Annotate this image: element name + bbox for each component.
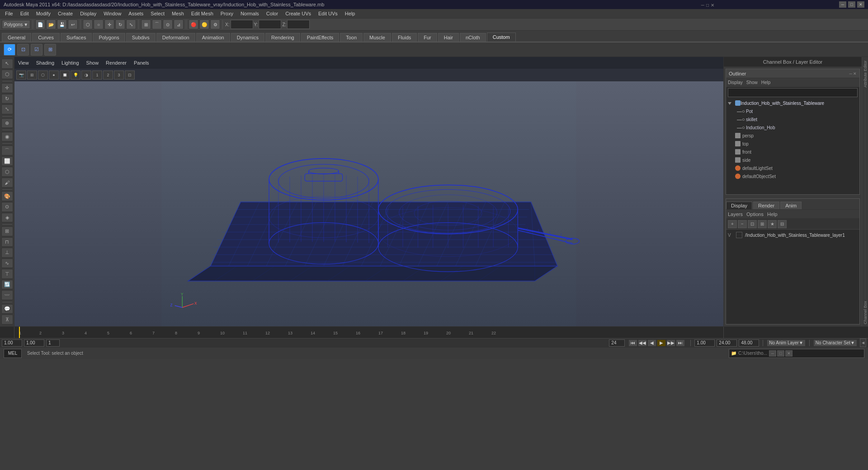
script-collapse-btn[interactable]: ─ — [769, 350, 776, 357]
menu-window[interactable]: Window — [100, 10, 124, 17]
attribute-editor-tab[interactable]: Attribute Editor Channel Box — [862, 57, 868, 326]
outliner-close[interactable]: ✕ — [853, 71, 857, 76]
surface-button[interactable]: ⬜ — [1, 156, 13, 166]
channel-box-maximize[interactable]: □ — [706, 3, 709, 8]
renderer-menu[interactable]: Renderer — [106, 60, 127, 66]
menu-mesh[interactable]: Mesh — [169, 10, 187, 17]
le-subtab-layers[interactable]: Layers — [728, 212, 743, 217]
rivet-button[interactable]: ⊙ — [1, 202, 13, 212]
squash-button[interactable]: ⊤ — [1, 269, 13, 279]
outliner-item-top[interactable]: top — [726, 140, 859, 148]
outliner-item-default-light-set[interactable]: defaultLightSet — [726, 164, 859, 172]
undo-button[interactable]: ↩ — [68, 19, 78, 29]
bottom-right-toggle[interactable]: ◀ — [860, 338, 866, 347]
curve-button[interactable]: ⌒ — [1, 146, 13, 155]
timeline-ruler[interactable]: 1 2 3 4 5 6 7 8 9 10 11 12 13 14 15 16 1… — [14, 327, 723, 338]
ipr-button[interactable]: 🟡 — [199, 19, 209, 29]
maximize-button[interactable]: □ — [848, 1, 855, 8]
tab-curves[interactable]: Curves — [32, 33, 60, 42]
vp-quality1[interactable]: 1 — [92, 70, 102, 80]
tab-painteffects[interactable]: PaintEffects — [301, 33, 340, 42]
tab-fur[interactable]: Fur — [418, 33, 437, 42]
le-create-layer-btn[interactable]: + — [728, 220, 737, 228]
menu-normals[interactable]: Normals — [237, 10, 262, 17]
close-button[interactable]: ✕ — [857, 1, 864, 8]
outliner-item-front[interactable]: front — [726, 148, 859, 156]
flare-button[interactable]: ⊥ — [1, 248, 13, 258]
tab-dynamics[interactable]: Dynamics — [231, 33, 264, 42]
move-tool[interactable]: ✛ — [104, 19, 114, 29]
step-forward-button[interactable]: ▶▶ — [666, 339, 675, 347]
channel-box-label[interactable]: Channel Box — [863, 301, 868, 324]
menu-file[interactable]: File — [2, 10, 16, 17]
display-render-globals[interactable]: ⚙ — [210, 19, 220, 29]
channel-box-close[interactable]: ✕ — [711, 3, 714, 8]
snap-to-surface[interactable]: ⊿ — [174, 19, 184, 29]
outliner-show-menu[interactable]: Show — [746, 80, 758, 85]
anim-layer-dropdown[interactable]: No Anim Layer ▼ — [767, 339, 806, 347]
paint-button[interactable]: 🎨 — [1, 191, 13, 201]
snap-to-grid[interactable]: ⊞ — [141, 19, 151, 29]
tab-deformation[interactable]: Deformation — [156, 33, 195, 42]
start-frame-field[interactable] — [2, 339, 22, 347]
render-button[interactable]: 🔴 — [189, 19, 198, 29]
le-tab-anim[interactable]: Anim — [780, 202, 802, 209]
outliner-item-root[interactable]: Induction_Hob_with_Stainless_Tableware — [726, 99, 859, 107]
vp-grid[interactable]: ⊞ — [27, 70, 37, 80]
viewport[interactable]: View Shading Lighting Show Renderer Pane… — [14, 57, 723, 326]
outliner-item-induction-hob[interactable]: —○ Induction_Hob — [726, 123, 859, 132]
tab-general[interactable]: General — [2, 33, 31, 42]
menu-select[interactable]: Select — [147, 10, 168, 17]
x-field[interactable] — [231, 20, 253, 29]
show-manip-button[interactable]: ⊕ — [1, 118, 13, 128]
mode-dropdown[interactable]: Polygons ▼ — [2, 20, 30, 29]
tab-polygons[interactable]: Polygons — [93, 33, 125, 42]
le-subtab-options[interactable]: Options — [746, 212, 764, 217]
vp-wireframe[interactable]: ⬡ — [38, 70, 48, 80]
outliner-item-default-object-set[interactable]: defaultObjectSet — [726, 172, 859, 180]
timeline[interactable]: 1 2 3 4 5 6 7 8 9 10 11 12 13 14 15 16 1… — [0, 326, 868, 338]
rotate-button[interactable]: ↻ — [1, 94, 13, 104]
end-frame-display[interactable] — [609, 339, 625, 347]
menu-edit[interactable]: Edit — [17, 10, 32, 17]
le-tab-render[interactable]: Render — [753, 202, 779, 209]
script-close-btn[interactable]: ✕ — [785, 350, 793, 357]
go-to-end-button[interactable]: ⏭ — [676, 339, 685, 347]
play-back-button[interactable]: ◀ — [647, 339, 656, 347]
le-tab-display[interactable]: Display — [726, 202, 752, 209]
scene-canvas[interactable]: X Y Z — [14, 81, 723, 326]
tab-ncloth[interactable]: nCloth — [460, 33, 486, 42]
outliner-search-field[interactable] — [728, 88, 858, 97]
frame-marker-field[interactable] — [46, 339, 60, 347]
tab-fluids[interactable]: Fluids — [392, 33, 417, 42]
outliner-minimize[interactable]: ─ — [849, 71, 852, 76]
vp-isolate[interactable]: ⊡ — [125, 70, 135, 80]
vp-quality2[interactable]: 2 — [103, 70, 113, 80]
shelf-icon-4[interactable]: ⊞ — [44, 44, 56, 56]
anim-fps-field[interactable] — [739, 339, 759, 347]
bottom-left-btn[interactable]: ⊼ — [1, 315, 13, 324]
le-options-btn4[interactable]: ⊟ — [778, 220, 787, 228]
shelf-icon-3[interactable]: ☑ — [31, 44, 42, 56]
step-back-button[interactable]: ◀◀ — [638, 339, 647, 347]
range-start-field[interactable] — [694, 339, 715, 347]
scale-tool[interactable]: ⤡ — [126, 19, 136, 29]
wave-button[interactable]: 〰 — [1, 290, 13, 300]
select-tool[interactable]: ⬡ — [83, 19, 93, 29]
move-button[interactable]: ✛ — [1, 83, 13, 93]
snap-to-point[interactable]: ⊙ — [163, 19, 173, 29]
le-delete-layer-btn[interactable]: − — [738, 220, 747, 228]
outliner-item-pot[interactable]: —○ Pot — [726, 107, 859, 115]
outliner-item-side[interactable]: side — [726, 156, 859, 164]
save-scene-button[interactable]: 💾 — [57, 19, 67, 29]
view-menu[interactable]: View — [18, 60, 29, 66]
le-subtab-help[interactable]: Help — [767, 212, 778, 217]
tab-subdivs[interactable]: Subdivs — [126, 33, 156, 42]
twist-button[interactable]: 🔃 — [1, 280, 13, 290]
tab-muscle[interactable]: Muscle — [363, 33, 391, 42]
shading-menu[interactable]: Shading — [36, 60, 54, 66]
shelf-icon-2[interactable]: ⊡ — [17, 44, 29, 56]
sine-button[interactable]: ∿ — [1, 258, 13, 268]
new-scene-button[interactable]: 📄 — [35, 19, 45, 29]
channel-box-minimize[interactable]: ─ — [701, 3, 704, 8]
